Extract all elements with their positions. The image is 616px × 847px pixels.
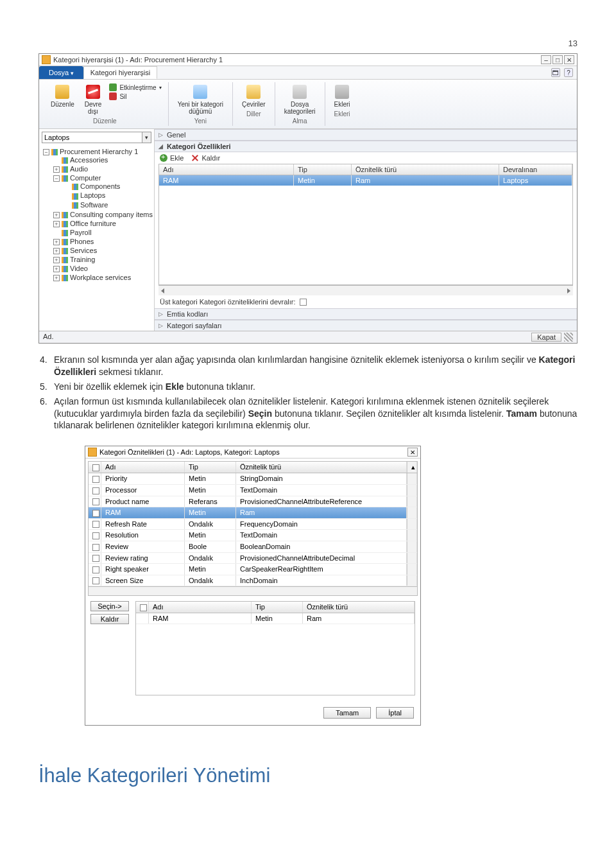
grid-row[interactable]: ResolutionMetinTextDomain [89, 530, 417, 541]
attachments-button[interactable]: Ekleri [332, 83, 353, 109]
row-checkbox[interactable] [92, 577, 99, 584]
tree-item[interactable]: −ComputerComponentsLaptopsSoftware [52, 173, 151, 209]
tree-item[interactable]: +Phones [52, 237, 151, 246]
attributes-grid[interactable]: Adı Tip Öznitelik türü Devralınan RAM Me… [158, 164, 573, 285]
col-inherited[interactable]: Devralınan [499, 164, 572, 175]
row-checkbox[interactable] [92, 566, 99, 573]
available-attributes-grid[interactable]: Adı Tip Öznitelik türü ▴ PriorityMetinSt… [88, 461, 418, 596]
disable-button[interactable]: Devre dışı [82, 83, 105, 116]
section-commodity-codes[interactable]: ▷Emtia kodları [155, 308, 577, 320]
row-checkbox[interactable]: ✓ [92, 510, 99, 517]
row-checkbox[interactable] [92, 555, 99, 562]
grid-row[interactable]: ProcessorMetinTextDomain [89, 485, 417, 496]
vertical-scrollbar[interactable] [407, 553, 417, 564]
tree-item[interactable]: +Audio [52, 164, 151, 173]
grid-row[interactable]: Refresh RateOndalıkFrequencyDomain [89, 519, 417, 530]
file-categories-button[interactable]: Dosya kategorileri [282, 83, 318, 116]
expand-icon[interactable]: + [53, 166, 60, 173]
maximize-button[interactable]: □ [552, 55, 563, 64]
category-selector[interactable] [42, 132, 142, 143]
row-checkbox[interactable] [92, 544, 99, 551]
expand-icon[interactable]: + [53, 212, 60, 218]
section-attributes[interactable]: ◢Kategori Özellikleri [155, 141, 577, 152]
grid-row[interactable]: RAM Metin Ram Laptops [159, 175, 572, 186]
file-tab[interactable]: Dosya [39, 66, 83, 79]
expand-icon[interactable]: + [53, 239, 60, 245]
tree-item[interactable]: +Video [52, 264, 151, 273]
grid-row[interactable]: ReviewBooleBooleanDomain [89, 541, 417, 553]
tree-item[interactable]: Payroll [52, 228, 151, 237]
inherit-checkbox[interactable] [300, 299, 307, 306]
tree-root[interactable]: Procurement Hierarchy 1 [60, 148, 138, 155]
vertical-scrollbar[interactable] [407, 485, 417, 496]
close-icon[interactable]: ✕ [407, 448, 418, 457]
remove-selected-button[interactable]: Kaldır [90, 614, 129, 624]
tree-item[interactable]: Laptops [62, 191, 151, 200]
col-type[interactable]: Tip [252, 602, 303, 613]
add-button[interactable]: Ekle [160, 154, 184, 162]
col-attr-type[interactable]: Öznitelik türü [352, 164, 499, 175]
horizontal-scrollbar[interactable] [158, 285, 573, 295]
grid-row[interactable]: Product nameReferansProvisionedChannelAt… [89, 496, 417, 508]
expand-icon[interactable]: + [53, 257, 60, 263]
window-view-icon[interactable]: 🗔 [551, 68, 560, 77]
tree-item[interactable]: +Services [52, 246, 151, 255]
resize-grip[interactable] [564, 333, 573, 342]
remove-button[interactable]: Kaldır [191, 154, 220, 162]
vertical-scrollbar[interactable] [407, 575, 417, 586]
col-attr-type[interactable]: Öznitelik türü [303, 602, 415, 613]
tree-item[interactable]: +Workplace services [52, 273, 151, 282]
grid-row[interactable]: Screen SizeOndalıkInchDomain [89, 575, 417, 587]
tree-item[interactable]: +Training [52, 255, 151, 264]
ok-button[interactable]: Tamam [323, 707, 371, 719]
expand-icon[interactable]: + [53, 275, 60, 281]
grid-row[interactable]: Right speakerMetinCarSpeakerRearRightIte… [89, 564, 417, 575]
grid-row[interactable]: RAM Metin Ram [136, 613, 415, 624]
vertical-scrollbar[interactable] [407, 541, 417, 552]
edit-button[interactable]: Düzenle [48, 83, 77, 116]
tree-item[interactable]: +Office furniture [52, 219, 151, 228]
cancel-button[interactable]: İptal [376, 707, 414, 719]
vertical-scrollbar[interactable] [407, 473, 417, 484]
close-bottom-button[interactable]: Kapat [531, 333, 561, 342]
vertical-scrollbar[interactable] [407, 519, 417, 530]
grid-row[interactable]: Review ratingOndalıkProvisionedChannelAt… [89, 553, 417, 564]
expand-icon[interactable]: + [53, 221, 60, 227]
row-checkbox[interactable] [92, 521, 99, 528]
expand-icon[interactable]: − [53, 175, 60, 182]
col-attr-type[interactable]: Öznitelik türü [236, 462, 407, 473]
vertical-scrollbar[interactable] [407, 507, 417, 518]
expand-icon[interactable]: + [53, 248, 60, 254]
tree-item[interactable]: Software [62, 200, 151, 209]
section-category-pages[interactable]: ▷Kategori sayfaları [155, 320, 577, 331]
vertical-scrollbar[interactable] [407, 530, 417, 541]
tree-item[interactable]: Components [62, 182, 151, 191]
expand-icon[interactable]: + [53, 266, 60, 272]
translations-button[interactable]: Çeviriler [239, 83, 268, 109]
section-general[interactable]: ▷Genel [155, 129, 577, 141]
help-icon[interactable]: ? [564, 68, 573, 77]
row-checkbox[interactable] [92, 476, 99, 483]
new-category-button[interactable]: Yeni bir kategori düğümü [175, 83, 226, 116]
category-tree[interactable]: −Procurement Hierarchy 1 Accessories+Aud… [42, 147, 151, 283]
dropdown-arrow-icon[interactable]: ▾ [142, 132, 151, 143]
close-button[interactable]: ✕ [564, 55, 574, 64]
col-name[interactable]: Adı [149, 602, 252, 613]
grid-row[interactable]: PriorityMetinStringDomain [89, 473, 417, 485]
activate-button[interactable]: Etkinleştirme▾ [109, 83, 161, 91]
col-type[interactable]: Tip [294, 164, 352, 175]
col-name[interactable]: Adı [159, 164, 294, 175]
horizontal-scrollbar[interactable] [89, 586, 417, 595]
delete-button[interactable]: Sil [109, 92, 161, 100]
col-name[interactable]: Adı [101, 462, 185, 473]
tree-item[interactable]: +Consulting company items [52, 210, 151, 219]
vertical-scrollbar[interactable] [407, 564, 417, 575]
vertical-scrollbar[interactable] [407, 496, 417, 507]
row-checkbox[interactable] [92, 532, 99, 539]
selected-attributes-grid[interactable]: Adı Tip Öznitelik türü RAM Metin Ram [135, 601, 415, 695]
col-type[interactable]: Tip [185, 462, 236, 473]
row-checkbox[interactable] [92, 487, 99, 494]
hierarchy-tab[interactable]: Kategori hiyerarşisi [83, 66, 158, 79]
vertical-scrollbar[interactable]: ▴ [407, 462, 417, 473]
row-checkbox[interactable] [92, 498, 99, 505]
